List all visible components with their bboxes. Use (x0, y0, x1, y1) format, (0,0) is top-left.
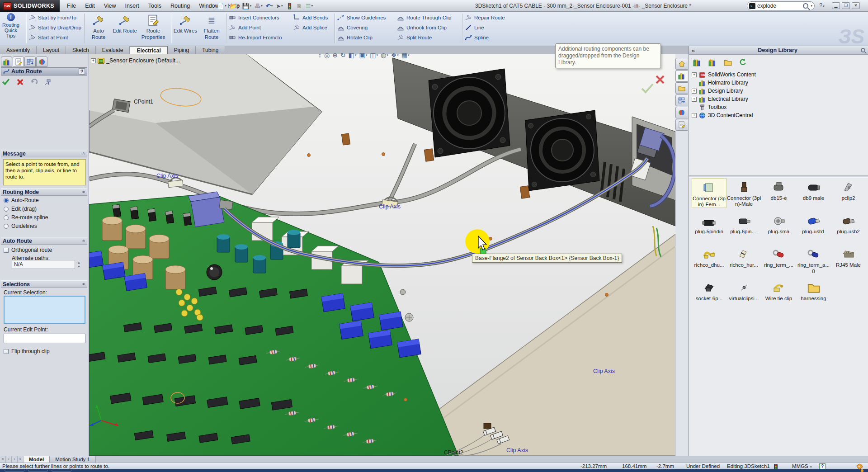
repair-route-button[interactable]: Repair Route (465, 13, 505, 22)
tags-icon[interactable] (856, 463, 863, 470)
auto-route-section-header[interactable]: Auto Route» (1, 237, 87, 245)
tree-item-holmatro-library[interactable]: Holmatro Library (689, 79, 868, 87)
properties-icon[interactable]: 🗎 (296, 1, 303, 11)
library-item-connector-3pin-female[interactable]: Connector (3pin)-Fem... (692, 178, 726, 208)
menu-routing[interactable]: Routing (166, 1, 194, 11)
tab-electrical[interactable]: Electrical (130, 46, 167, 54)
start-at-point-button[interactable]: Start at Point (28, 33, 81, 42)
close-button[interactable]: ✕ (852, 2, 860, 9)
expand-icon[interactable]: + (692, 72, 697, 77)
show-guidelines-button[interactable]: Show Guidelines (337, 13, 386, 22)
help-icon[interactable]: ?▾ (819, 2, 825, 9)
library-item-plug-5pindin[interactable]: .plugbody{fill:#222;stroke:#000}plug-5pi… (692, 212, 726, 241)
start-by-dragdrop-button[interactable]: Start by Drag/Drop (28, 23, 81, 32)
tab-scroll-left-button[interactable]: ‹ (6, 456, 12, 463)
units-selector[interactable]: MMGS ▾ (792, 463, 812, 469)
alternate-paths-field[interactable]: N/A (12, 260, 75, 269)
library-item-plug-usb2[interactable]: plug-usb2 (831, 212, 866, 241)
select-cursor-icon[interactable]: ➤▾ (275, 1, 283, 11)
reference-triad-icon[interactable]: ↕ (318, 52, 321, 59)
library-item-harnessing-folder[interactable]: harnessing (796, 278, 831, 308)
clip-axis-label-1[interactable]: Clip Axis (156, 173, 178, 179)
library-item-plug-sma[interactable]: plug-sma (761, 212, 796, 241)
expand-icon[interactable]: + (692, 113, 697, 118)
library-item-plug-usb1[interactable]: plug-usb1 (796, 212, 831, 241)
orthogonal-route-checkbox[interactable]: Orthogonal route (4, 247, 52, 253)
undo-icon[interactable]: ↶▾ (265, 1, 274, 11)
current-selection-listbox[interactable] (4, 296, 85, 324)
new-document-icon[interactable]: 📄▾ (216, 1, 227, 11)
tab-scroll-last-button[interactable]: » (18, 456, 24, 463)
feature-manager-tab[interactable] (1, 57, 12, 67)
expand-icon[interactable]: + (692, 89, 697, 94)
library-item-socket-6p[interactable]: socket-6p... (692, 278, 726, 308)
open-icon[interactable]: 📂▾ (229, 1, 240, 11)
design-library-tab[interactable] (675, 70, 688, 82)
insert-connectors-button[interactable]: Insert Connectors (229, 13, 282, 22)
add-point-button[interactable]: Add Point (229, 23, 282, 32)
tab-scroll-first-button[interactable]: « (0, 456, 6, 463)
library-item-connector-3pin-male[interactable]: Connector (3pin)-Male (726, 178, 761, 208)
hide-show-items-icon[interactable]: ◍▾ (381, 52, 388, 59)
custom-properties-tab[interactable] (675, 119, 688, 131)
routing-mode-section-header[interactable]: Routing Mode» (1, 188, 87, 196)
appearances-tab[interactable] (675, 107, 688, 118)
menu-edit[interactable]: Edit (80, 1, 99, 11)
rotate-clip-button[interactable]: Rotate Clip (337, 33, 386, 42)
radio-guidelines[interactable]: Guidelines (4, 223, 37, 229)
library-item-virtualclipsi[interactable]: virtualclipsi... (726, 278, 761, 308)
routing-quick-tips-button[interactable]: i Routing Quick Tips (0, 12, 22, 42)
tab-evaluate[interactable]: Evaluate (96, 46, 130, 54)
save-icon[interactable]: 💾▾ (241, 1, 253, 11)
tab-sketch[interactable]: Sketch (66, 46, 96, 54)
minimize-button[interactable]: ▁ (832, 2, 840, 9)
library-item-ring-term-a8[interactable]: ring_term_a... 8 (796, 245, 831, 275)
library-item-ring-term[interactable]: ring_term_... (761, 245, 796, 275)
pcb-board[interactable] (89, 192, 458, 456)
cooling-fan-left[interactable] (429, 69, 510, 157)
library-item-db9-male[interactable]: db9 male (796, 178, 831, 208)
add-file-location-icon[interactable]: ★ (708, 58, 717, 66)
tree-item-design-library[interactable]: +Design Library (689, 87, 868, 95)
library-item-plug-6pin[interactable]: plug-6pin-... (726, 212, 761, 241)
section-view-icon[interactable]: ◧▾ (349, 52, 357, 59)
selections-section-header[interactable]: Selections» (1, 280, 87, 288)
view-orientation-icon[interactable]: ▣▾ (359, 52, 367, 59)
tab-layout[interactable]: Layout (37, 46, 66, 54)
configuration-manager-tab[interactable] (24, 57, 36, 67)
search-input[interactable]: explode (757, 3, 801, 9)
add-splice-button[interactable]: Add Splice (293, 23, 328, 32)
tab-tubing[interactable]: Tubing (196, 46, 225, 54)
menu-file[interactable]: File (62, 1, 80, 11)
clip-axis-label-2[interactable]: Clip Axis (379, 203, 401, 210)
tab-piping[interactable]: Piping (168, 46, 196, 54)
search-dropdown-icon[interactable]: ▾ (811, 4, 812, 8)
display-manager-tab[interactable] (36, 57, 47, 67)
tree-item-toolbox[interactable]: Toolbox (689, 103, 868, 111)
expand-icon[interactable]: + (91, 58, 96, 63)
create-new-folder-icon[interactable] (723, 58, 732, 66)
add-to-library-icon[interactable]: + (693, 58, 702, 66)
add-bends-button[interactable]: Add Bends (293, 13, 328, 22)
library-item-pclip2[interactable]: pclip2 (831, 178, 866, 208)
auto-route-button[interactable]: Auto Route (86, 14, 111, 44)
feature-tree-root-item[interactable]: + _Sensor Enclosure (Default... (91, 57, 180, 64)
unhook-from-clip-button[interactable]: Unhook from Clip (397, 23, 452, 32)
radio-auto-route[interactable]: Auto-Route (4, 197, 39, 203)
edit-route-button[interactable]: Edit Route (112, 14, 137, 44)
collapse-panel-icon[interactable]: « (692, 47, 695, 54)
file-explorer-tab[interactable] (675, 82, 688, 94)
route-through-clip-button[interactable]: Route Through Clip (397, 13, 452, 22)
property-manager-tab[interactable] (13, 57, 24, 67)
motion-study-tab[interactable]: Motion Study 1 (50, 456, 96, 463)
start-by-fromto-button[interactable]: Start by From/To (28, 13, 81, 22)
clip-axis-label-3[interactable]: Clip Axis (593, 368, 615, 374)
edit-appearance-icon[interactable]: ❖▾ (391, 52, 399, 59)
panel-help-button[interactable]: ? (79, 68, 85, 75)
zoom-to-fit-icon[interactable]: ◎ (324, 52, 330, 59)
interference-check-icon[interactable]: 🚦 (285, 1, 294, 11)
ok-button[interactable] (2, 78, 10, 86)
confirm-check-icon[interactable] (642, 84, 653, 92)
tree-item-electrical-library[interactable]: +Electrical Library (689, 95, 868, 103)
flatten-route-button[interactable]: ≣Flatten Route (199, 14, 224, 44)
